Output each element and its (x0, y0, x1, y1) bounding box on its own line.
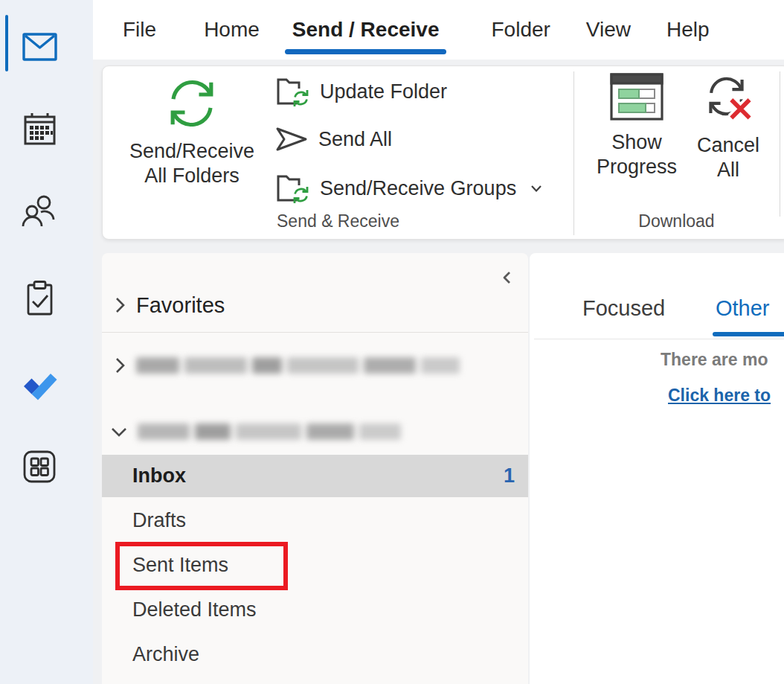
tab-folder[interactable]: Folder (491, 18, 550, 42)
tab-view[interactable]: View (586, 18, 631, 42)
chevron-down-icon (109, 424, 129, 439)
folder-label: Inbox (132, 464, 186, 488)
active-tab-underline (713, 332, 784, 336)
update-folder-button[interactable]: Update Folder (274, 72, 447, 111)
more-apps-button[interactable] (21, 448, 58, 485)
ribbon-tab-bar: File Home Send / Receive Folder View Hel… (93, 0, 784, 60)
tab-help[interactable]: Help (666, 18, 710, 42)
ribbon-group-divider (573, 71, 574, 235)
button-label: Cancel (681, 133, 775, 158)
view-more-link[interactable]: Click here to (668, 386, 771, 406)
redacted-account-name (136, 357, 460, 374)
send-all-button[interactable]: Send All (274, 120, 392, 159)
button-label: Send/Receive Groups (320, 177, 516, 200)
tasks-icon (22, 280, 57, 317)
ribbon-panel: Send/Receive All Folders Update Folder S… (102, 65, 784, 240)
tab-send-receive-label: Send / Receive (292, 18, 440, 41)
folder-label: Deleted Items (132, 598, 257, 621)
tab-other-label: Other (716, 296, 770, 320)
button-label: Update Folder (320, 80, 447, 103)
sync-cancel-icon (681, 72, 775, 124)
button-label: Progress (577, 155, 696, 179)
collapse-folder-pane-button[interactable] (500, 269, 515, 286)
button-label: Show (577, 130, 696, 155)
group-label-send-receive: Send & Receive (103, 211, 573, 231)
folder-sync-icon (274, 170, 311, 206)
folder-label: Sent Items (132, 554, 228, 577)
tab-home[interactable]: Home (204, 18, 260, 42)
cancel-all-button[interactable]: Cancel All (681, 72, 775, 182)
progress-window-icon (577, 72, 696, 121)
tab-file[interactable]: File (123, 18, 156, 42)
todo-module-button[interactable] (21, 363, 58, 400)
people-module-button[interactable] (21, 192, 58, 229)
message-list-pane: Focused Other There are mo Click here to (530, 253, 784, 684)
account-row-1[interactable] (102, 348, 528, 383)
group-label-download: Download (573, 211, 780, 231)
redacted-account-name (138, 423, 401, 440)
people-icon (21, 192, 58, 229)
app-grid-icon (22, 449, 57, 485)
mail-icon (22, 32, 57, 62)
more-items-notice: There are mo (661, 350, 768, 370)
pane-divider (102, 332, 528, 333)
chevron-right-icon (112, 356, 127, 375)
send-receive-all-folders-button[interactable]: Send/Receive All Folders (116, 71, 268, 188)
folder-item-sent-items[interactable]: Sent Items (102, 544, 528, 586)
calendar-icon (22, 111, 57, 147)
todo-icon (20, 362, 59, 401)
mail-module-button[interactable] (21, 28, 58, 65)
tab-other[interactable]: Other (716, 296, 770, 321)
tab-view-label: View (586, 18, 631, 41)
show-progress-button[interactable]: Show Progress (577, 72, 696, 179)
folder-item-drafts[interactable]: Drafts (102, 499, 528, 542)
tab-focused[interactable]: Focused (582, 296, 665, 321)
folder-sync-icon (274, 74, 311, 109)
button-label: All (681, 158, 775, 182)
tabs-separator (534, 339, 784, 339)
tab-send-receive[interactable]: Send / Receive (292, 18, 440, 42)
button-label: Send/Receive (116, 139, 268, 164)
calendar-module-button[interactable] (21, 110, 58, 147)
folder-label: Archive (132, 643, 199, 666)
chevron-right-icon (112, 295, 127, 315)
chevron-left-icon (500, 269, 515, 286)
tab-folder-label: Folder (491, 18, 550, 41)
folder-item-deleted-items[interactable]: Deleted Items (102, 589, 528, 631)
tasks-module-button[interactable] (21, 280, 58, 317)
tab-home-label: Home (204, 18, 260, 41)
active-tab-underline (285, 49, 447, 54)
send-receive-groups-button[interactable]: Send/Receive Groups (274, 169, 543, 208)
account-row-2[interactable] (102, 414, 528, 450)
app-rail (0, 0, 93, 684)
send-plane-icon (274, 125, 309, 153)
ribbon-group-divider (780, 71, 780, 217)
unread-count-badge: 1 (504, 464, 515, 488)
favorites-label: Favorites (136, 293, 225, 318)
folder-pane: Favorites Inbox 1 Drafts Sent Items Dele… (102, 253, 528, 684)
chevron-down-icon (530, 183, 543, 194)
tab-focused-label: Focused (582, 296, 665, 320)
folder-item-inbox[interactable]: Inbox 1 (102, 455, 528, 497)
button-label: All Folders (116, 164, 268, 188)
sync-arrows-green-icon (116, 74, 268, 133)
button-label: Send All (318, 128, 392, 151)
tab-help-label: Help (666, 18, 710, 41)
selected-module-indicator (5, 15, 8, 71)
folder-label: Drafts (132, 509, 186, 532)
favorites-section-header[interactable]: Favorites (102, 289, 528, 322)
folder-item-archive[interactable]: Archive (102, 633, 528, 676)
tab-file-label: File (123, 18, 156, 41)
